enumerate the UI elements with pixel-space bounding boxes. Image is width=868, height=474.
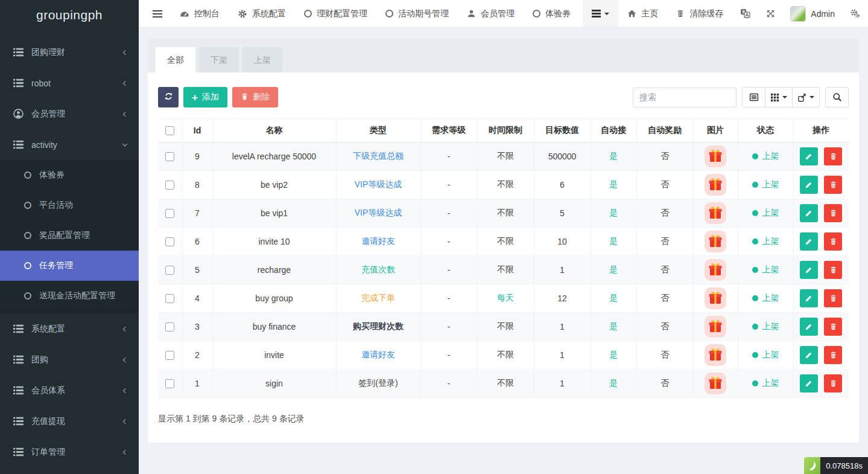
- nav-item-clear-cache[interactable]: 清除缓存: [667, 0, 732, 27]
- sidebar-item-group-finance[interactable]: 团购理财: [0, 37, 139, 68]
- tab-off-shelf[interactable]: 下架: [199, 47, 239, 72]
- sidebar-item-recharge-withdraw[interactable]: 充值提现: [0, 406, 139, 437]
- detail-view-button[interactable]: [743, 88, 765, 107]
- cell-type-link[interactable]: VIP等级达成: [355, 179, 402, 189]
- delete-row-button[interactable]: [824, 346, 842, 364]
- col-auto-reward: 自动奖励: [636, 119, 693, 143]
- navbar-right: 主页 清除缓存 Admin: [583, 0, 868, 27]
- export-dropdown-button[interactable]: [793, 88, 819, 107]
- delete-button[interactable]: 删除: [232, 87, 278, 107]
- sidebar-subitem-cash-gift-config[interactable]: 送现金活动配置管理: [0, 281, 139, 311]
- cell-auto-accept: 是: [591, 256, 636, 284]
- pencil-icon: [805, 379, 813, 388]
- columns-dropdown-button[interactable]: [765, 88, 793, 107]
- nav-item-member-management[interactable]: 会员管理: [458, 0, 524, 27]
- sidebar-item-robot[interactable]: robot: [0, 68, 139, 98]
- chevron-left-icon: [122, 80, 128, 86]
- cell-auto-reward: 否: [636, 313, 693, 341]
- sidebar-item-member-system[interactable]: 会员体系: [0, 375, 139, 406]
- col-actions: 操作: [793, 119, 849, 143]
- edit-button[interactable]: [800, 261, 818, 279]
- edit-button[interactable]: [800, 289, 818, 307]
- sidebar-item-member-management[interactable]: 会员管理: [0, 98, 139, 129]
- pencil-icon: [805, 294, 813, 303]
- cell-type-link[interactable]: 完成下单: [361, 293, 395, 303]
- nav-item-experience-coupon[interactable]: 体验券: [524, 0, 580, 27]
- refresh-button[interactable]: [158, 87, 179, 107]
- gear-icon: [238, 9, 247, 19]
- row-checkbox[interactable]: [165, 237, 174, 246]
- row-checkbox[interactable]: [165, 209, 174, 218]
- cell-auto-reward: 否: [636, 341, 693, 370]
- search-input[interactable]: [633, 88, 737, 107]
- gift-icon: [705, 344, 726, 366]
- delete-row-button[interactable]: [824, 176, 842, 194]
- edit-button[interactable]: [800, 204, 818, 222]
- add-button[interactable]: + 添加: [183, 87, 227, 107]
- tab-all[interactable]: 全部: [156, 47, 195, 72]
- sidebar-subitem-label: 奖品配置管理: [39, 230, 90, 241]
- row-checkbox[interactable]: [165, 266, 174, 275]
- sidebar-toggle-icon[interactable]: [144, 0, 171, 27]
- delete-row-button[interactable]: [824, 232, 842, 251]
- fullscreen-icon[interactable]: [758, 0, 783, 27]
- cell-name: buy finance: [212, 313, 336, 341]
- delete-row-button[interactable]: [824, 147, 842, 165]
- cell-type-link[interactable]: 下级充值总额: [353, 151, 404, 161]
- nav-item-finance-config[interactable]: 理财配置管理: [295, 0, 376, 27]
- trash-icon: [829, 237, 837, 246]
- row-checkbox[interactable]: [165, 379, 174, 388]
- cell-name: invite 10: [212, 228, 336, 256]
- cell-type-link[interactable]: 充值次数: [361, 264, 395, 274]
- delete-row-button[interactable]: [824, 374, 842, 392]
- cell-target: 6: [534, 171, 591, 199]
- edit-button[interactable]: [800, 147, 818, 165]
- row-checkbox[interactable]: [165, 181, 174, 190]
- edit-button[interactable]: [800, 318, 818, 336]
- nav-item-home[interactable]: 主页: [618, 0, 667, 27]
- delete-row-button[interactable]: [824, 318, 842, 336]
- cell-type-link[interactable]: VIP等级达成: [355, 208, 402, 217]
- edit-button[interactable]: [800, 232, 818, 251]
- sidebar-subitem-platform-activity[interactable]: 平台活动: [0, 190, 139, 220]
- cell-type-link[interactable]: 购买理财次数: [353, 321, 404, 331]
- sidebar-item-activity[interactable]: activity: [0, 129, 139, 160]
- sidebar-subitem-prize-config[interactable]: 奖品配置管理: [0, 220, 139, 251]
- gift-icon: [705, 287, 726, 309]
- cell-type-link[interactable]: 邀请好友: [361, 350, 395, 359]
- tab-on-shelf[interactable]: 上架: [242, 47, 282, 72]
- nav-item-console[interactable]: 控制台: [171, 0, 229, 27]
- sidebar-subitem-task-management[interactable]: 任务管理: [0, 251, 139, 281]
- cell-type-link[interactable]: 签到(登录): [358, 378, 398, 388]
- cell-auto-reward: 否: [636, 284, 693, 313]
- sidebar-subitem-experience-coupon[interactable]: 体验券: [0, 160, 139, 190]
- select-all-checkbox[interactable]: [165, 126, 174, 135]
- edit-button[interactable]: [800, 374, 818, 392]
- settings-gears-icon[interactable]: [842, 0, 868, 27]
- sidebar-item-group-buy[interactable]: 团购: [0, 344, 139, 375]
- nav-item-system-config[interactable]: 系统配置: [229, 0, 295, 27]
- edit-button[interactable]: [800, 176, 818, 194]
- cell-level: -: [420, 370, 477, 398]
- sidebar-item-order-management[interactable]: 订单管理: [0, 437, 139, 467]
- nav-item-activity-period[interactable]: 活动期号管理: [376, 0, 458, 27]
- delete-row-button[interactable]: [824, 289, 842, 307]
- row-checkbox[interactable]: [165, 351, 174, 360]
- row-checkbox[interactable]: [165, 294, 174, 303]
- language-icon[interactable]: [732, 0, 758, 27]
- menu-list-dropdown[interactable]: [583, 0, 618, 27]
- nav-item-label: 系统配置: [252, 8, 286, 19]
- edit-button[interactable]: [800, 346, 818, 364]
- cell-type-link[interactable]: 邀请好友: [361, 236, 395, 246]
- cell-id: 6: [182, 228, 212, 256]
- trash-icon: [241, 92, 249, 103]
- delete-row-button[interactable]: [824, 261, 842, 279]
- row-checkbox[interactable]: [165, 322, 174, 331]
- sidebar-item-label: 充值提现: [31, 416, 122, 427]
- user-menu[interactable]: Admin: [783, 0, 842, 27]
- cell-name: recharge: [212, 256, 336, 284]
- sidebar-item-system-config[interactable]: 系统配置: [0, 313, 139, 344]
- row-checkbox[interactable]: [165, 152, 174, 161]
- search-button[interactable]: [825, 87, 849, 107]
- delete-row-button[interactable]: [824, 204, 842, 222]
